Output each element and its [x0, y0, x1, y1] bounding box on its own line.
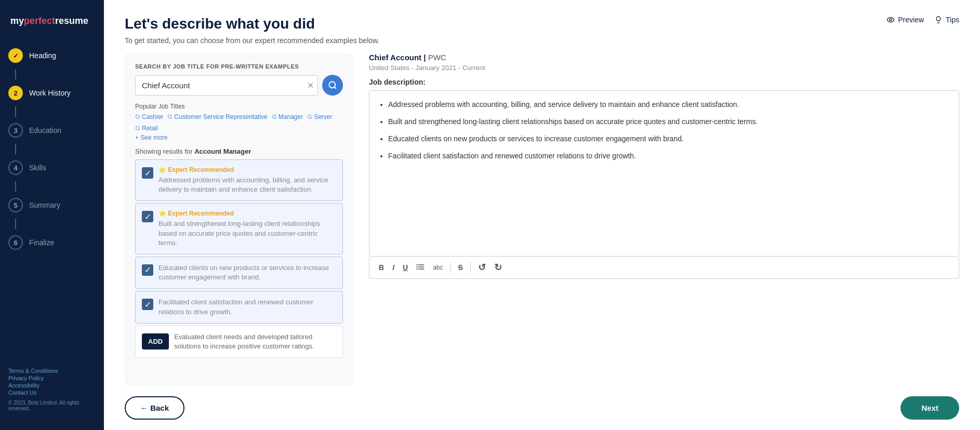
search-input[interactable] [135, 75, 318, 96]
description-list: Addressed problems with accounting, bill… [378, 99, 950, 162]
sidebar: myperfectresume ✓ Heading 2 Work History… [0, 0, 104, 430]
job-separator: | [423, 53, 428, 62]
results-list: ✓ ⭐ Expert Recommended Addressed problem… [135, 159, 343, 375]
bold-button[interactable]: B [376, 261, 387, 274]
description-bullet-2: Built and strengthened long-lasting clie… [388, 116, 950, 127]
svg-point-11 [136, 126, 139, 130]
result-item-3[interactable]: ✓ Educated clients on new products or se… [135, 257, 343, 289]
result-checkbox-3[interactable]: ✓ [142, 264, 153, 276]
result-item-4[interactable]: ✓ Facilitated client satisfaction and re… [135, 291, 343, 323]
svg-line-12 [139, 129, 140, 130]
sidebar-item-skills[interactable]: 4 Skills [0, 154, 104, 181]
editor-toolbar: B I U abc S ↺ ↻ [369, 257, 959, 279]
popular-tag-retail[interactable]: Retail [135, 125, 158, 132]
search-icon [328, 80, 337, 90]
preview-button[interactable]: Preview [886, 16, 924, 24]
result-item-5[interactable]: ADD Evaluated client needs and developed… [135, 326, 343, 358]
italic-button[interactable]: I [389, 261, 398, 274]
result-checkbox-1[interactable]: ✓ [142, 167, 153, 179]
underline-button[interactable]: U [400, 261, 411, 274]
result-checkbox-2[interactable]: ✓ [142, 211, 153, 222]
svg-point-17 [417, 266, 418, 267]
sidebar-item-finalize[interactable]: 6 Finalize [0, 229, 104, 256]
search-small-icon-3 [272, 114, 277, 119]
svg-point-0 [890, 19, 892, 21]
popular-tag-cashier[interactable]: Cashier [135, 113, 163, 120]
content-area: SEARCH BY JOB TITLE FOR PRE-WRITTEN EXAM… [104, 53, 980, 386]
sidebar-item-heading[interactable]: ✓ Heading [0, 42, 104, 69]
terms-link[interactable]: Terms & Conditions [8, 368, 96, 374]
page-subtitle: To get started, you can choose from our … [125, 36, 379, 45]
toolbar-separator-1 [451, 262, 451, 273]
popular-tag-csr[interactable]: Customer Service Representative [167, 113, 267, 120]
sidebar-item-work-history[interactable]: 2 Work History [0, 79, 104, 106]
page-header: Let's describe what you did To get start… [104, 0, 980, 53]
result-item-1[interactable]: ✓ ⭐ Expert Recommended Addressed problem… [135, 159, 343, 201]
description-bullet-3: Educated clients on new products or serv… [388, 133, 950, 144]
description-bullet-1: Addressed problems with accounting, bill… [388, 99, 950, 110]
nav-connector-3 [15, 144, 16, 154]
preview-label: Preview [898, 16, 924, 24]
result-content-1: ⭐ Expert Recommended Addressed problems … [158, 166, 336, 194]
see-more-button[interactable]: + See more [135, 134, 343, 141]
description-bullet-4: Facilitated client satisfaction and rene… [388, 151, 950, 162]
step-indicator-work: 2 [8, 86, 23, 100]
popular-titles: Popular Job Titles Cashier Customer Serv… [135, 103, 343, 141]
description-box[interactable]: Addressed problems with accounting, bill… [369, 90, 959, 257]
step-indicator-skills: 4 [8, 160, 23, 175]
svg-line-4 [139, 118, 140, 119]
popular-tag-server[interactable]: Server [307, 113, 332, 120]
nav-connector-5 [15, 219, 16, 229]
popular-tag-manager[interactable]: Manager [272, 113, 303, 120]
tips-label: Tips [946, 16, 959, 24]
page-title: Let's describe what you did [125, 16, 379, 32]
job-meta: United States - January 2021 - Current [369, 64, 959, 72]
result-content-3: Educated clients on new products or serv… [158, 263, 336, 282]
search-row: ✕ [135, 75, 343, 96]
sidebar-label-finalize: Finalize [29, 238, 54, 247]
svg-point-18 [417, 268, 418, 269]
tips-button[interactable]: Tips [934, 16, 959, 24]
accessibility-link[interactable]: Accessibility [8, 382, 96, 388]
contact-link[interactable]: Contact Us [8, 389, 96, 396]
redo-button[interactable]: ↻ [491, 260, 505, 275]
next-button[interactable]: Next [900, 396, 959, 420]
lightbulb-icon [934, 16, 943, 24]
search-small-icon [135, 114, 140, 119]
search-button[interactable] [322, 75, 343, 96]
result-checkbox-4[interactable]: ✓ [142, 299, 153, 310]
job-title: Chief Account [369, 53, 421, 62]
result-text-2: Built and strengthened long-lasting clie… [158, 219, 336, 248]
nav-items: ✓ Heading 2 Work History 3 Education 4 S… [0, 42, 104, 359]
strikethrough-button[interactable]: S [455, 261, 466, 274]
undo-button[interactable]: ↺ [475, 260, 489, 275]
svg-point-16 [417, 264, 418, 265]
copyright: © 2023, Bold Limited. All rights reserve… [8, 400, 96, 411]
step-indicator-summary: 5 [8, 198, 23, 212]
result-item-2[interactable]: ✓ ⭐ Expert Recommended Built and strengt… [135, 203, 343, 254]
privacy-link[interactable]: Privacy Policy [8, 375, 96, 381]
results-header: Showing results for Account Manager [135, 147, 343, 155]
main-content: Let's describe what you did To get start… [104, 0, 980, 430]
nav-connector-2 [15, 106, 16, 117]
svg-point-5 [168, 115, 172, 118]
spellcheck-button[interactable]: abc [430, 262, 446, 273]
clear-search-button[interactable]: ✕ [307, 80, 314, 90]
sidebar-item-education[interactable]: 3 Education [0, 117, 104, 144]
search-small-icon-4 [307, 114, 312, 119]
result-text-3: Educated clients on new products or serv… [158, 263, 336, 282]
search-small-icon-2 [167, 114, 173, 119]
svg-line-10 [311, 118, 312, 119]
step-indicator-finalize: 6 [8, 235, 23, 250]
result-expert-2: ⭐ Expert Recommended [158, 210, 336, 217]
back-button[interactable]: ← Back [125, 396, 184, 420]
svg-point-7 [272, 115, 276, 118]
list-button[interactable] [413, 261, 428, 274]
svg-point-1 [329, 82, 335, 88]
add-result-button[interactable]: ADD [142, 333, 169, 350]
result-text-5: Evaluated client needs and developed tai… [174, 332, 336, 351]
sidebar-item-summary[interactable]: 5 Summary [0, 192, 104, 219]
search-input-wrapper: ✕ [135, 75, 318, 96]
svg-line-6 [171, 118, 172, 119]
search-label: SEARCH BY JOB TITLE FOR PRE-WRITTEN EXAM… [135, 63, 343, 70]
